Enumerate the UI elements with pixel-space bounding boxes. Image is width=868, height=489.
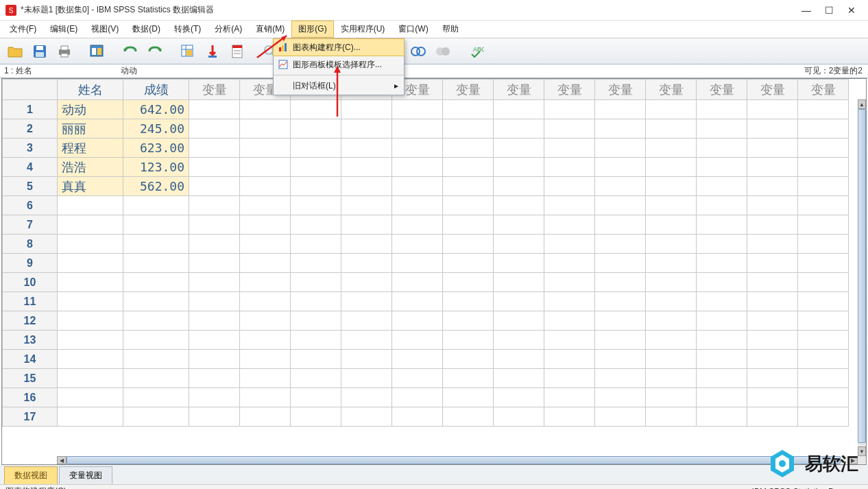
cell-empty[interactable] <box>494 158 544 177</box>
cell-empty[interactable] <box>443 254 494 273</box>
cell-name[interactable] <box>58 388 123 407</box>
cell-empty[interactable] <box>798 158 849 177</box>
cell-empty[interactable] <box>697 100 747 119</box>
cell-empty[interactable] <box>544 254 595 273</box>
cell-empty[interactable] <box>240 369 291 388</box>
cell-empty[interactable] <box>443 235 494 254</box>
cell-empty[interactable] <box>341 369 392 388</box>
cell-empty[interactable] <box>291 292 341 311</box>
cell-empty[interactable] <box>443 350 494 369</box>
cell-empty[interactable] <box>798 235 849 254</box>
cell-empty[interactable] <box>291 388 341 407</box>
cell-empty[interactable] <box>291 119 341 139</box>
cell-name[interactable]: 浩浩 <box>58 158 123 177</box>
cell-empty[interactable] <box>291 196 341 215</box>
cell-empty[interactable] <box>392 215 443 235</box>
cell-empty[interactable] <box>646 350 697 369</box>
col-header-13[interactable]: 变量 <box>747 80 798 100</box>
cell-empty[interactable] <box>240 407 291 427</box>
redo-button[interactable] <box>144 41 166 62</box>
menu-chart-builder[interactable]: 图表构建程序(C)... <box>273 38 405 56</box>
cell-empty[interactable] <box>544 119 595 139</box>
cell-empty[interactable] <box>341 292 392 311</box>
cell-name[interactable] <box>58 311 123 331</box>
goto-var-button[interactable] <box>202 41 224 62</box>
cell-empty[interactable] <box>494 139 544 158</box>
cell-empty[interactable] <box>291 273 341 292</box>
row-header[interactable]: 14 <box>3 350 58 369</box>
cell-empty[interactable] <box>595 139 646 158</box>
cell-empty[interactable] <box>747 235 798 254</box>
cell-empty[interactable] <box>494 119 544 139</box>
cell-score[interactable]: 642.00 <box>123 100 189 119</box>
row-header[interactable]: 4 <box>3 158 58 177</box>
cell-empty[interactable] <box>595 292 646 311</box>
cell-empty[interactable] <box>798 407 849 427</box>
cell-empty[interactable] <box>443 292 494 311</box>
cell-empty[interactable] <box>189 158 240 177</box>
cell-empty[interactable] <box>494 235 544 254</box>
cell-empty[interactable] <box>291 331 341 350</box>
print-button[interactable] <box>53 41 75 62</box>
cell-empty[interactable] <box>697 215 747 235</box>
cell-empty[interactable] <box>240 388 291 407</box>
cell-score[interactable]: 123.00 <box>123 158 189 177</box>
cell-empty[interactable] <box>544 139 595 158</box>
cell-name[interactable] <box>58 292 123 311</box>
cell-empty[interactable] <box>544 196 595 215</box>
cell-empty[interactable] <box>291 254 341 273</box>
cell-score[interactable] <box>123 350 189 369</box>
cell-empty[interactable] <box>646 388 697 407</box>
cell-empty[interactable] <box>798 388 849 407</box>
row-header[interactable]: 16 <box>3 388 58 407</box>
menu-2[interactable]: 视图(V) <box>84 21 125 38</box>
cell-empty[interactable] <box>189 119 240 139</box>
cell-empty[interactable] <box>747 158 798 177</box>
row-header[interactable]: 7 <box>3 215 58 235</box>
cell-empty[interactable] <box>392 119 443 139</box>
row-header[interactable]: 13 <box>3 331 58 350</box>
cell-score[interactable] <box>123 215 189 235</box>
cell-empty[interactable] <box>494 292 544 311</box>
cell-empty[interactable] <box>697 177 747 196</box>
cell-empty[interactable] <box>798 331 849 350</box>
cell-empty[interactable] <box>443 100 494 119</box>
cell-empty[interactable] <box>240 311 291 331</box>
cell-empty[interactable] <box>494 254 544 273</box>
cell-empty[interactable] <box>544 388 595 407</box>
variables-button[interactable] <box>226 41 248 62</box>
col-header-1[interactable]: 成绩 <box>123 80 189 100</box>
row-header[interactable]: 15 <box>3 369 58 388</box>
cell-empty[interactable] <box>544 235 595 254</box>
cell-empty[interactable] <box>240 292 291 311</box>
cell-empty[interactable] <box>341 158 392 177</box>
cell-empty[interactable] <box>494 100 544 119</box>
cell-empty[interactable] <box>494 196 544 215</box>
tab-data-view[interactable]: 数据视图 <box>4 466 58 484</box>
cell-empty[interactable] <box>494 369 544 388</box>
cell-empty[interactable] <box>544 311 595 331</box>
cell-empty[interactable] <box>240 235 291 254</box>
minimize-button[interactable]: — <box>801 5 811 16</box>
cell-empty[interactable] <box>747 292 798 311</box>
cell-empty[interactable] <box>697 196 747 215</box>
cell-empty[interactable] <box>544 369 595 388</box>
cell-empty[interactable] <box>798 177 849 196</box>
cell-empty[interactable] <box>291 311 341 331</box>
cell-empty[interactable] <box>747 388 798 407</box>
cell-empty[interactable] <box>798 273 849 292</box>
cell-empty[interactable] <box>747 331 798 350</box>
cell-empty[interactable] <box>291 158 341 177</box>
cell-empty[interactable] <box>341 196 392 215</box>
cell-empty[interactable] <box>443 369 494 388</box>
cell-empty[interactable] <box>494 350 544 369</box>
horizontal-scrollbar[interactable]: ◀ ▶ <box>57 456 858 464</box>
cell-name[interactable] <box>58 369 123 388</box>
cell-empty[interactable] <box>341 273 392 292</box>
cell-empty[interactable] <box>341 311 392 331</box>
cell-empty[interactable] <box>392 254 443 273</box>
scroll-down-button[interactable]: ▼ <box>858 446 866 456</box>
cell-empty[interactable] <box>189 407 240 427</box>
cell-empty[interactable] <box>392 158 443 177</box>
cell-empty[interactable] <box>494 177 544 196</box>
